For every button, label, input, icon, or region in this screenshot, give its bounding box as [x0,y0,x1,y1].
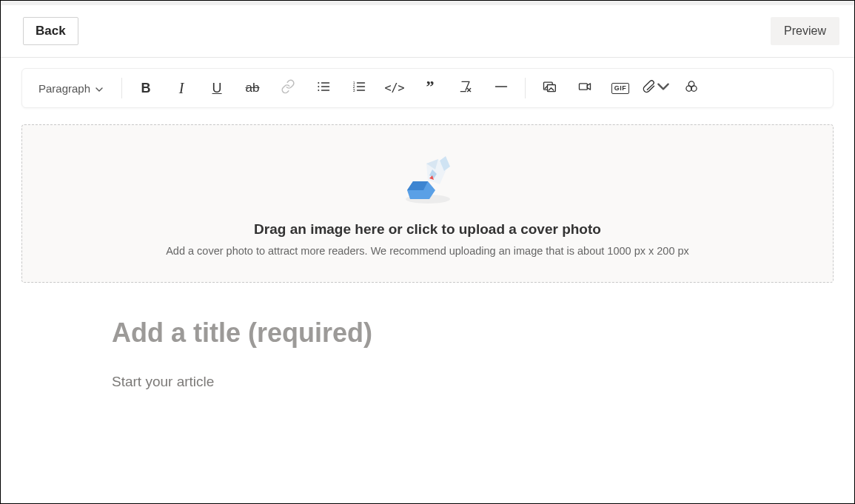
article-body-input[interactable] [110,373,705,391]
paragraph-style-label: Paragraph [38,82,90,95]
article-title-input[interactable] [110,317,705,349]
toolbar-separator [525,78,526,98]
cover-photo-dropzone[interactable]: Drag an image here or click to upload a … [21,124,834,283]
attach-file-button[interactable] [641,73,671,103]
bold-icon: B [141,81,151,96]
svg-point-0 [318,82,319,84]
toolbar-container: Paragraph B I U ab [1,58,854,108]
image-icon [542,79,557,97]
strikethrough-icon: ab [246,81,260,95]
italic-button[interactable]: I [167,73,196,103]
svg-point-2 [318,90,319,91]
link-icon [281,79,295,97]
svg-rect-16 [580,84,588,90]
bullet-list-button[interactable] [309,73,338,103]
insert-video-button[interactable] [570,73,600,103]
top-bar: Back Preview [1,5,854,58]
dropzone-heading: Drag an image here or click to upload a … [37,221,818,238]
code-block-button[interactable]: </> [380,73,409,103]
svg-point-1 [318,86,319,87]
paragraph-style-dropdown[interactable]: Paragraph [30,78,113,99]
svg-text:3: 3 [353,88,355,93]
formatting-toolbar: Paragraph B I U ab [21,68,834,108]
upload-illustration [37,155,818,205]
link-button[interactable] [273,73,303,103]
chevron-down-icon [656,79,671,97]
insert-gif-button[interactable]: GIF [606,73,635,103]
numbered-list-button[interactable]: 1 2 3 [344,73,374,103]
chevron-down-icon [95,84,104,93]
clear-formatting-button[interactable] [451,73,480,103]
code-icon: </> [385,81,405,95]
gif-icon: GIF [611,83,630,94]
video-icon [577,79,592,97]
insert-image-button[interactable] [534,73,564,103]
clear-format-icon [458,79,473,97]
article-editor [1,283,854,391]
underline-icon: U [212,81,222,96]
blockquote-button[interactable]: ” [415,73,445,103]
back-button[interactable]: Back [23,17,78,45]
overlapping-circles-icon [684,79,699,97]
cover-dropzone-container: Drag an image here or click to upload a … [1,108,854,283]
horizontal-rule-button[interactable] [486,73,516,103]
underline-button[interactable]: U [202,73,232,103]
paperclip-icon [641,79,656,97]
toolbar-separator [121,78,122,98]
numbered-list-icon: 1 2 3 [352,79,366,97]
bullet-list-icon [316,79,331,97]
more-tools-button[interactable] [677,73,706,103]
bold-button[interactable]: B [131,73,161,103]
preview-button[interactable]: Preview [771,17,839,45]
italic-icon: I [179,80,184,97]
horizontal-rule-icon [494,79,509,97]
dropzone-subtext: Add a cover photo to attract more reader… [37,245,818,257]
strikethrough-button[interactable]: ab [238,73,267,103]
